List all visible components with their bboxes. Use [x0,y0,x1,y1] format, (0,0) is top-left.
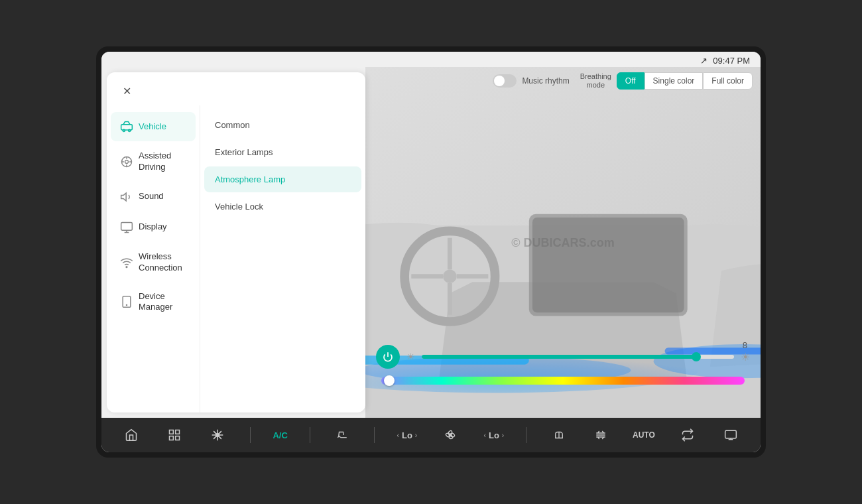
climate-button[interactable] [207,424,228,446]
sound-icon [120,190,133,204]
brightness-fill [422,355,696,359]
content-panel: Music rhythm Breathingmode Off Single co… [365,67,761,418]
music-rhythm-control: Music rhythm [493,74,569,88]
divider-3 [374,427,375,443]
brightness-value: 8 [743,340,747,350]
music-rhythm-label: Music rhythm [522,76,569,86]
brightness-low-icon: ☀ [406,351,415,362]
sub-item-common[interactable]: Common [204,112,361,138]
apps-button[interactable] [164,424,185,446]
sub-item-vehicle-lock[interactable]: Vehicle Lock [204,194,361,220]
brightness-slider[interactable] [422,355,734,359]
nav-item-device-manager[interactable]: Device Manager [111,283,196,322]
bluetooth-icon: ↗ [700,56,708,66]
mode-single-color-btn[interactable]: Single color [645,72,704,90]
device-manager-label: Device Manager [139,291,186,314]
svg-rect-10 [121,222,133,230]
top-controls-bar: Music rhythm Breathingmode Off Single co… [373,72,753,90]
temp-increase-btn[interactable]: › [502,432,504,439]
mode-full-color-btn[interactable]: Full color [703,72,753,90]
wireless-icon [120,256,133,269]
temp-label: Lo [489,430,499,440]
sub-item-atmosphere-lamp[interactable]: Atmosphere Lamp [204,166,361,192]
display-icon [120,221,133,234]
svg-point-18 [443,269,456,283]
close-button[interactable]: ✕ [117,82,136,100]
svg-rect-38 [725,430,737,438]
svg-point-1 [123,129,125,131]
brightness-high-icon: ☀ [741,351,750,363]
music-rhythm-toggle[interactable] [493,74,517,88]
nav-item-display[interactable]: Display [111,213,196,242]
home-button[interactable] [121,424,142,446]
brightness-slider-container: 8 [422,355,734,359]
settings-panel: ✕ [107,72,365,412]
sound-label: Sound [139,191,164,202]
ac-button[interactable]: A/C [273,430,287,440]
wireless-label: Wireless Connection [139,251,186,274]
svg-marker-9 [121,193,127,201]
color-slider-row [376,377,750,385]
sub-menu-column: Common Exterior Lamps Atmosphere Lamp Ve… [200,105,365,412]
sub-item-exterior-lamps[interactable]: Exterior Lamps [204,139,361,165]
rear-screen-button[interactable] [720,424,741,446]
defrost-button[interactable] [591,425,611,445]
fan-speed-left-control: ‹ Lo › [397,430,418,440]
nav-item-sound[interactable]: Sound [111,182,196,212]
divider-2 [310,427,310,443]
infotainment-screen: ↗ 09:47 PM ✕ [101,52,761,452]
clock: 09:47 PM [713,56,750,66]
svg-point-13 [126,267,127,268]
temp-control: ‹ Lo › [484,430,505,440]
nav-item-assisted-driving[interactable]: Assisted Driving [111,143,196,181]
car-display-frame: ↗ 09:47 PM ✕ [96,46,766,458]
mode-btn-group: Off Single color Full color [617,72,753,90]
fan-increase-btn[interactable]: › [415,432,417,439]
taskbar: A/C ‹ Lo › [101,418,761,452]
panel-body: Vehicle [107,105,365,412]
seat-button[interactable] [549,425,569,445]
assisted-driving-label: Assisted Driving [139,151,186,173]
breathing-mode-group: Breathingmode Off Single color Full colo… [580,72,753,90]
temp-decrease-btn[interactable]: ‹ [484,432,486,439]
main-content: ✕ [101,67,761,418]
auto-label[interactable]: AUTO [633,430,655,440]
display-label: Display [139,221,167,233]
nav-column: Vehicle [107,105,200,412]
status-bar: ↗ 09:47 PM [101,52,761,67]
svg-point-36 [450,434,452,436]
svg-point-2 [129,129,131,131]
color-slider[interactable] [381,377,745,385]
assisted-driving-icon [120,155,133,168]
recirculate-button[interactable] [677,424,698,446]
divider-4 [526,427,526,443]
svg-rect-32 [175,430,179,434]
svg-rect-0 [121,125,133,130]
brightness-thumb[interactable] [692,352,701,361]
fan-speed-label: Lo [402,430,412,440]
panel-header: ✕ [107,72,365,105]
vehicle-label: Vehicle [139,121,166,133]
breathing-mode-label: Breathingmode [580,72,611,90]
toggle-knob [494,76,505,86]
seat-heat-button[interactable] [332,425,352,445]
color-thumb[interactable] [384,375,395,386]
fan-decrease-btn[interactable]: ‹ [397,432,399,439]
fan-icon-btn[interactable] [439,424,462,446]
car-interior-area: © DUBICARS.com [365,67,761,418]
svg-rect-31 [169,430,173,434]
vehicle-icon [120,120,133,133]
mode-off-btn[interactable]: Off [617,72,645,90]
svg-rect-34 [175,436,179,440]
brightness-row: ☀ 8 ☀ [376,345,750,369]
device-manager-icon [120,295,133,308]
nav-item-wireless[interactable]: Wireless Connection [111,243,196,282]
power-button[interactable] [376,345,400,369]
svg-point-4 [125,160,129,163]
divider-1 [250,427,251,443]
nav-item-vehicle[interactable]: Vehicle [111,112,196,141]
bottom-controls: ☀ 8 ☀ [365,345,761,385]
svg-rect-24 [532,218,684,312]
svg-rect-33 [169,436,173,440]
